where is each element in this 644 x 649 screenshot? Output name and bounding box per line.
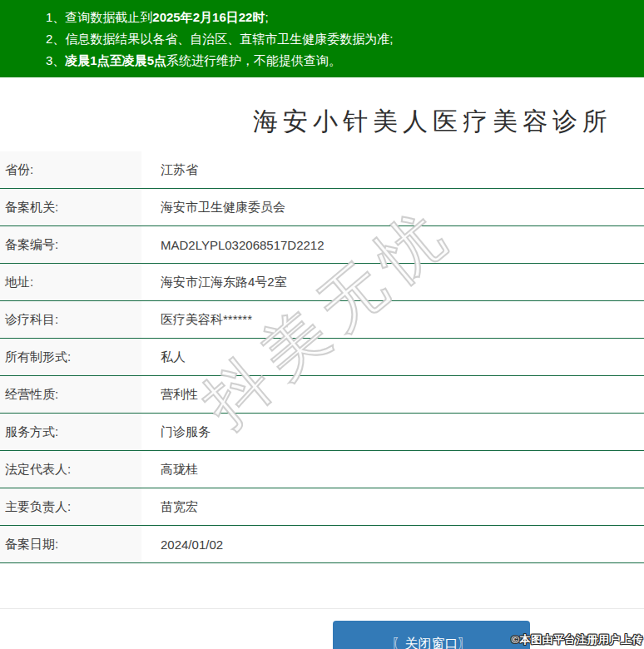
row-label: 诊疗科目: [0, 301, 141, 338]
row-value: 江苏省 [141, 151, 644, 188]
footer-divider [0, 608, 644, 609]
table-row-filing-date: 备案日期: 2024/01/02 [0, 526, 644, 563]
row-label: 经营性质: [0, 376, 141, 413]
row-value: 医疗美容科****** [141, 301, 644, 338]
notice-3-text: 3、 [46, 53, 65, 67]
table-row-province: 省份: 江苏省 [0, 151, 644, 189]
row-label: 地址: [0, 264, 141, 300]
table-row-business-nature: 经营性质: 营利性 [0, 376, 644, 414]
row-value: 私人 [141, 339, 644, 375]
row-label: 法定代表人: [0, 451, 141, 488]
row-label: 省份: [0, 151, 141, 188]
page-title: 海安小针美人医疗美容诊所 [111, 105, 644, 139]
row-label: 服务方式: [0, 414, 141, 450]
row-label: 备案编号: [0, 226, 141, 263]
notice-1-text: 1、查询数据截止到 [46, 10, 152, 24]
notice-1-suffix: ; [265, 10, 268, 24]
table-row-treatment-subjects: 诊疗科目: 医疗美容科****** [0, 301, 644, 339]
row-value: 高珑桂 [141, 451, 644, 488]
notice-line-3: 3、凌晨1点至凌晨5点系统进行维护，不能提供查询。 [46, 50, 636, 72]
notice-3-bold: 凌晨1点至凌晨5点 [65, 53, 166, 67]
table-row-filing-authority: 备案机关: 海安市卫生健康委员会 [0, 189, 644, 226]
notice-1-bold: 2025年2月16日22时 [152, 10, 265, 24]
row-value: MAD2LYPL032068517D2212 [141, 226, 644, 263]
row-value: 2024/01/02 [141, 526, 644, 562]
row-value: 门诊服务 [141, 414, 644, 450]
row-value: 海安市江海东路4号2室 [141, 264, 644, 300]
notice-line-2: 2、信息数据结果以各省、自治区、直辖市卫生健康委数据为准; [46, 28, 636, 50]
table-row-principal-person: 主要负责人: 苗宽宏 [0, 488, 644, 526]
row-label: 备案日期: [0, 526, 141, 562]
close-window-button[interactable]: 〖关闭窗口〗 [333, 621, 530, 649]
info-table: 省份: 江苏省 备案机关: 海安市卫生健康委员会 备案编号: MAD2LYPL0… [0, 151, 644, 563]
row-value: 苗宽宏 [141, 488, 644, 525]
uploader-stamp-watermark: ©本图由平台注册用户上传 [511, 632, 643, 647]
notice-line-1: 1、查询数据截止到2025年2月16日22时; [46, 7, 636, 28]
row-label: 备案机关: [0, 189, 141, 225]
notice-3-suffix: 系统进行维护，不能提供查询。 [166, 53, 341, 67]
notice-2-text: 2、信息数据结果以各省、自治区、直辖市卫生健康委数据为准; [46, 32, 394, 46]
table-row-service-mode: 服务方式: 门诊服务 [0, 414, 644, 451]
row-value: 营利性 [141, 376, 644, 413]
notice-bar: 1、查询数据截止到2025年2月16日22时; 2、信息数据结果以各省、自治区、… [0, 0, 644, 77]
row-label: 主要负责人: [0, 488, 141, 525]
table-row-address: 地址: 海安市江海东路4号2室 [0, 264, 644, 301]
table-row-legal-representative: 法定代表人: 高珑桂 [0, 451, 644, 488]
table-row-ownership-form: 所有制形式: 私人 [0, 339, 644, 376]
row-label: 所有制形式: [0, 339, 141, 375]
row-value: 海安市卫生健康委员会 [141, 189, 644, 225]
table-row-filing-number: 备案编号: MAD2LYPL032068517D2212 [0, 226, 644, 264]
